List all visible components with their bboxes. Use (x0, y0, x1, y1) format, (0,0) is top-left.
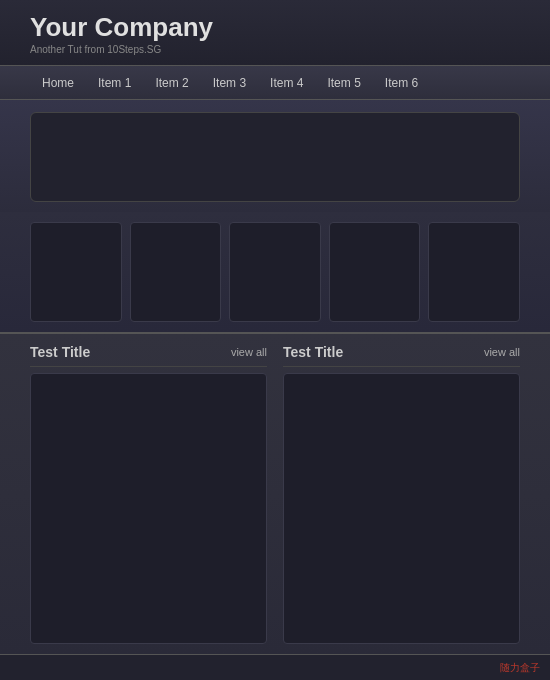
thumbnail-3[interactable] (229, 222, 321, 322)
left-column: Test Title view all (30, 334, 267, 644)
footer: 随力盒子 (0, 654, 550, 680)
thumbnail-4[interactable] (329, 222, 421, 322)
nav-item-6[interactable]: Item 6 (373, 66, 430, 100)
nav-item-5[interactable]: Item 5 (315, 66, 372, 100)
right-view-all[interactable]: view all (484, 346, 520, 358)
footer-credit: 随力盒子 (500, 661, 540, 675)
hero-banner (30, 112, 520, 202)
thumbnails-section (0, 212, 550, 334)
left-col-content (30, 373, 267, 644)
header: Your Company Another Tut from 10Steps.SG (0, 0, 550, 66)
right-col-content (283, 373, 520, 644)
thumbnail-1[interactable] (30, 222, 122, 322)
app: Your Company Another Tut from 10Steps.SG… (0, 0, 550, 680)
two-col-section: Test Title view all Test Title view all (0, 334, 550, 654)
nav-item-3[interactable]: Item 3 (201, 66, 258, 100)
hero-section (0, 100, 550, 212)
nav-item-home[interactable]: Home (30, 66, 86, 100)
nav-item-2[interactable]: Item 2 (143, 66, 200, 100)
right-col-title: Test Title (283, 344, 343, 360)
tagline: Another Tut from 10Steps.SG (30, 44, 520, 55)
thumbnail-5[interactable] (428, 222, 520, 322)
right-column: Test Title view all (283, 334, 520, 644)
thumbnail-2[interactable] (130, 222, 222, 322)
nav: Home Item 1 Item 2 Item 3 Item 4 Item 5 … (0, 66, 550, 100)
right-col-header: Test Title view all (283, 334, 520, 367)
left-col-header: Test Title view all (30, 334, 267, 367)
nav-item-1[interactable]: Item 1 (86, 66, 143, 100)
left-view-all[interactable]: view all (231, 346, 267, 358)
nav-item-4[interactable]: Item 4 (258, 66, 315, 100)
left-col-title: Test Title (30, 344, 90, 360)
company-name: Your Company (30, 12, 520, 43)
